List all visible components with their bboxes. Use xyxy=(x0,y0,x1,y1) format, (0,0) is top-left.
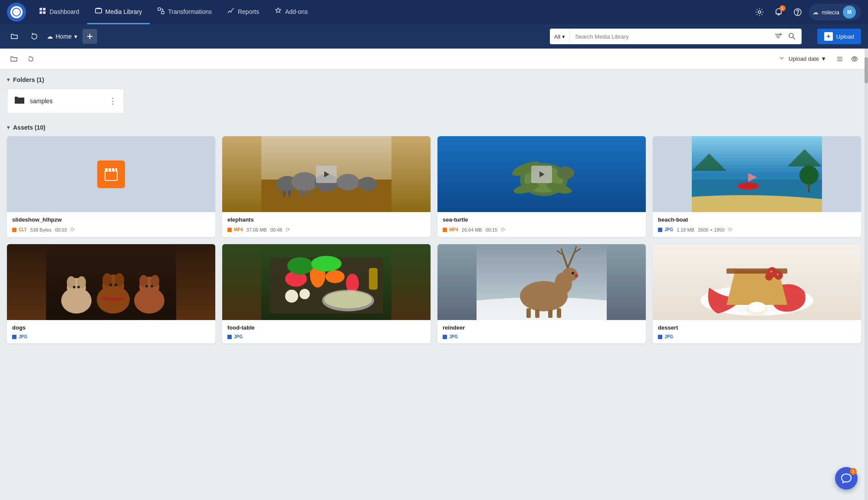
asset-info: elephants MP4 37.06 MB 00:48 ⟳ xyxy=(222,212,431,237)
svg-point-72 xyxy=(73,286,76,288)
folder-card-samples[interactable]: samples ⋮ xyxy=(7,88,124,114)
asset-card-reindeer[interactable]: reindeer JPG xyxy=(437,244,646,343)
scrollbar[interactable] xyxy=(865,49,868,350)
svg-rect-90 xyxy=(369,268,378,290)
asset-duration: 00:03 xyxy=(55,227,67,232)
visibility-button[interactable] xyxy=(848,52,861,65)
asset-type: JPG xyxy=(12,334,27,339)
nav-item-reports[interactable]: Reports xyxy=(220,0,267,24)
svg-rect-38 xyxy=(288,190,291,197)
svg-rect-102 xyxy=(535,309,539,318)
svg-line-20 xyxy=(793,37,795,39)
asset-thumbnail xyxy=(653,244,861,320)
svg-rect-40 xyxy=(306,190,309,197)
nav-items: Dashboard Media Library Transformations xyxy=(31,0,752,24)
asset-meta: JPG xyxy=(12,334,210,339)
svg-point-36 xyxy=(358,177,377,191)
asset-info: beach-boat JPG 1.18 MB 2600 × 1950 ⟳ xyxy=(653,212,861,237)
asset-name: beach-boat xyxy=(658,216,856,223)
refresh-button[interactable] xyxy=(27,29,42,44)
asset-thumbnail xyxy=(222,244,431,320)
folder-nav-button[interactable] xyxy=(7,52,21,66)
svg-point-45 xyxy=(557,167,574,180)
asset-card-dogs[interactable]: dogs JPG xyxy=(7,244,215,343)
svg-point-82 xyxy=(326,270,345,283)
asset-size: 37.06 MB xyxy=(247,227,267,232)
user-section[interactable]: ☁ milecia M xyxy=(809,4,861,20)
search-icons xyxy=(769,30,802,42)
asset-name: elephants xyxy=(227,216,425,223)
asset-info: reindeer JPG xyxy=(437,320,646,343)
nav-item-dashboard[interactable]: Dashboard xyxy=(31,0,87,24)
video-play-overlay xyxy=(316,166,337,183)
folder-button[interactable] xyxy=(7,29,22,44)
svg-point-19 xyxy=(789,33,793,38)
asset-info: dogs JPG xyxy=(7,320,215,343)
asset-card-turtle[interactable]: sea-turtle MP4 26.64 MB 00:15 ⟳ xyxy=(437,136,646,237)
folder-menu-button[interactable]: ⋮ xyxy=(109,96,117,106)
search-submit-button[interactable] xyxy=(786,30,798,42)
svg-rect-39 xyxy=(299,190,302,197)
svg-rect-2 xyxy=(39,8,42,10)
media-library-icon xyxy=(95,7,102,16)
asset-sync-icon: ⟳ xyxy=(286,226,290,233)
svg-point-74 xyxy=(109,284,112,287)
folders-grid: samples ⋮ xyxy=(7,88,861,114)
notifications-button[interactable]: 1 xyxy=(771,4,786,20)
list-view-button[interactable] xyxy=(833,52,846,65)
view-toggle xyxy=(833,52,861,65)
assets-section-header[interactable]: ▾ Assets (10) xyxy=(7,124,861,131)
dashboard-icon xyxy=(39,7,46,16)
asset-card-elephants[interactable]: elephants MP4 37.06 MB 00:48 ⟳ xyxy=(222,136,431,237)
sort-dropdown[interactable]: Upload date ▼ xyxy=(789,56,826,62)
svg-point-115 xyxy=(774,271,783,280)
secondary-toolbar: ☁ Home ▾ All ▾ xyxy=(0,24,868,49)
asset-info: sea-turtle MP4 26.64 MB 00:15 ⟳ xyxy=(437,212,646,237)
scrollbar-thumb[interactable] xyxy=(865,57,868,83)
nav-item-addons[interactable]: Add-ons xyxy=(267,0,316,24)
new-asset-button[interactable] xyxy=(82,29,97,44)
home-breadcrumb[interactable]: ☁ Home ▾ xyxy=(47,33,77,40)
svg-point-117 xyxy=(770,271,772,272)
logo[interactable] xyxy=(7,3,26,22)
search-bar: All ▾ xyxy=(550,29,802,44)
asset-type: JPG xyxy=(227,334,243,339)
search-filter-dropdown[interactable]: All ▾ xyxy=(550,29,570,44)
svg-rect-4 xyxy=(39,11,42,14)
svg-rect-37 xyxy=(283,190,286,197)
reports-icon xyxy=(227,7,234,16)
upload-plus-icon: + xyxy=(824,32,833,41)
asset-name: food-table xyxy=(227,324,425,331)
svg-point-86 xyxy=(285,290,298,303)
asset-card-dessert[interactable]: dessert JPG xyxy=(653,244,861,343)
svg-point-1 xyxy=(15,11,18,13)
asset-meta: MP4 37.06 MB 00:48 ⟳ xyxy=(227,226,425,233)
asset-card-beach[interactable]: beach-boat JPG 1.18 MB 2600 × 1950 ⟳ xyxy=(653,136,861,237)
help-button[interactable] xyxy=(790,4,806,20)
sort-dropdown-icon: ▼ xyxy=(821,56,826,62)
asset-type: JPG xyxy=(443,334,458,339)
home-dropdown-arrow[interactable]: ▾ xyxy=(74,33,77,40)
nav-item-transformations[interactable]: Transformations xyxy=(150,0,220,24)
asset-meta: MP4 26.64 MB 00:15 ⟳ xyxy=(443,226,641,233)
assets-toggle-icon: ▾ xyxy=(7,124,10,131)
search-input[interactable] xyxy=(570,29,769,44)
refresh-nav-button[interactable] xyxy=(24,52,38,66)
folders-section-header[interactable]: ▾ Folders (1) xyxy=(7,76,861,83)
filter-icon-button[interactable] xyxy=(772,30,784,42)
logo-icon xyxy=(10,6,23,18)
svg-rect-3 xyxy=(43,8,46,10)
asset-thumbnail xyxy=(437,136,646,212)
asset-thumbnail xyxy=(437,244,646,320)
asset-card-slideshow[interactable]: slideshow_hlhpzw CLT 538 Bytes 00:03 ⟳ xyxy=(7,136,215,237)
home-label: Home xyxy=(56,33,72,40)
asset-name: dogs xyxy=(12,324,210,331)
upload-button[interactable]: + Upload xyxy=(817,29,861,44)
svg-point-85 xyxy=(311,256,342,271)
svg-marker-49 xyxy=(539,171,545,177)
asset-card-food[interactable]: food-table JPG xyxy=(222,244,431,343)
nav-item-media-library[interactable]: Media Library xyxy=(87,0,150,24)
settings-button[interactable] xyxy=(752,4,767,20)
scroll-down-button[interactable] xyxy=(778,55,785,63)
svg-rect-103 xyxy=(548,309,552,318)
